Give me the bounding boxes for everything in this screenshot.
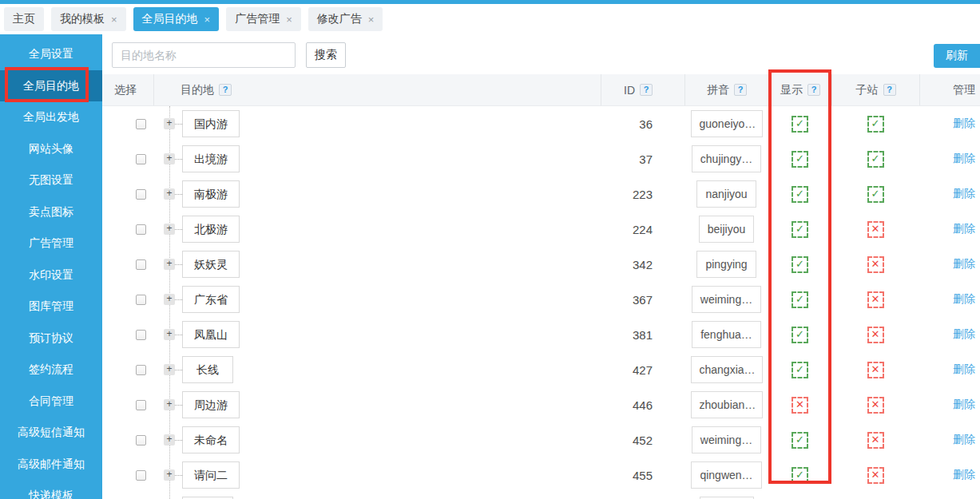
substation-cross-icon[interactable]: ✕ bbox=[867, 327, 884, 343]
substation-cross-icon[interactable]: ✕ bbox=[867, 362, 884, 378]
show-check-icon[interactable]: ✓ bbox=[792, 327, 808, 343]
delete-link[interactable]: 删除 bbox=[953, 222, 975, 236]
tab-close-icon[interactable]: × bbox=[368, 14, 375, 25]
expand-icon[interactable]: + bbox=[164, 469, 175, 481]
pinyin-box[interactable]: nanjiyou bbox=[696, 180, 756, 208]
sidebar-item-3[interactable]: 网站头像 bbox=[0, 133, 102, 165]
show-check-icon[interactable]: ✓ bbox=[792, 186, 808, 203]
show-check-icon[interactable]: ✓ bbox=[792, 467, 808, 484]
destination-name-box[interactable]: 南极游 bbox=[182, 180, 240, 208]
tab-0[interactable]: 主页 bbox=[4, 7, 44, 31]
pinyin-box[interactable]: weiming… bbox=[692, 426, 761, 453]
row-checkbox[interactable] bbox=[136, 259, 146, 270]
row-checkbox[interactable] bbox=[136, 435, 146, 446]
tab-close-icon[interactable]: × bbox=[286, 14, 292, 25]
pinyin-box[interactable]: changxia… bbox=[691, 356, 763, 383]
destination-name-box[interactable]: 周边游 bbox=[182, 391, 240, 418]
substation-cross-icon[interactable]: ✕ bbox=[867, 397, 884, 414]
row-checkbox[interactable] bbox=[136, 224, 146, 235]
tab-3[interactable]: 广告管理× bbox=[226, 7, 301, 31]
row-checkbox[interactable] bbox=[136, 119, 146, 129]
sidebar-item-7[interactable]: 水印设置 bbox=[0, 259, 102, 291]
pinyin-box[interactable]: chujingy… bbox=[692, 145, 761, 172]
substation-cross-icon[interactable]: ✕ bbox=[867, 432, 884, 449]
destination-name-box[interactable]: 广东省 bbox=[182, 286, 240, 313]
substation-cross-icon[interactable]: ✕ bbox=[867, 291, 884, 308]
pinyin-box[interactable]: qingwen… bbox=[691, 461, 761, 489]
expand-icon[interactable]: + bbox=[164, 399, 175, 410]
row-checkbox[interactable] bbox=[136, 365, 146, 375]
help-icon[interactable]: ? bbox=[219, 84, 232, 96]
expand-icon[interactable]: + bbox=[164, 188, 175, 200]
delete-link[interactable]: 删除 bbox=[953, 362, 975, 377]
substation-cross-icon[interactable]: ✕ bbox=[867, 221, 884, 238]
pinyin-box[interactable]: weiming… bbox=[692, 286, 761, 313]
delete-link[interactable]: 删除 bbox=[953, 292, 975, 307]
help-icon[interactable]: ? bbox=[734, 84, 747, 96]
delete-link[interactable]: 删除 bbox=[953, 187, 975, 201]
sidebar-item-6[interactable]: 广告管理 bbox=[0, 228, 102, 259]
substation-check-icon[interactable]: ✓ bbox=[867, 186, 884, 203]
sidebar-item-10[interactable]: 签约流程 bbox=[0, 354, 102, 386]
row-checkbox[interactable] bbox=[136, 154, 146, 164]
pinyin-box[interactable]: guoneiyo… bbox=[691, 110, 763, 137]
destination-name-box[interactable]: 出境游 bbox=[182, 145, 240, 172]
row-checkbox[interactable] bbox=[136, 400, 146, 410]
tab-2[interactable]: 全局目的地× bbox=[133, 7, 220, 31]
destination-name-box[interactable]: 未命名 bbox=[182, 426, 240, 453]
show-check-icon[interactable]: ✓ bbox=[792, 362, 808, 378]
destination-name-box[interactable]: 北极游 bbox=[182, 216, 240, 243]
sidebar-item-0[interactable]: 全局设置 bbox=[0, 38, 102, 70]
substation-check-icon[interactable]: ✓ bbox=[867, 116, 884, 133]
delete-link[interactable]: 删除 bbox=[953, 398, 975, 412]
row-checkbox[interactable] bbox=[136, 330, 146, 340]
expand-icon[interactable]: + bbox=[164, 329, 175, 340]
row-checkbox[interactable] bbox=[136, 295, 146, 305]
show-cross-icon[interactable]: ✕ bbox=[792, 397, 808, 414]
expand-icon[interactable]: + bbox=[164, 259, 175, 270]
destination-name-box[interactable]: 国内游 bbox=[182, 110, 240, 137]
delete-link[interactable]: 删除 bbox=[953, 117, 975, 131]
show-check-icon[interactable]: ✓ bbox=[792, 291, 808, 308]
expand-icon[interactable]: + bbox=[164, 294, 175, 305]
sidebar-item-11[interactable]: 合同管理 bbox=[0, 386, 102, 418]
expand-icon[interactable]: + bbox=[164, 224, 175, 235]
show-check-icon[interactable]: ✓ bbox=[792, 432, 808, 449]
help-icon[interactable]: ? bbox=[883, 84, 896, 96]
sidebar-item-9[interactable]: 预订协议 bbox=[0, 323, 102, 354]
expand-icon[interactable]: + bbox=[164, 364, 175, 375]
destination-name-box[interactable]: 妖妖灵 bbox=[182, 251, 240, 278]
tab-1[interactable]: 我的模板× bbox=[51, 7, 126, 31]
pinyin-box[interactable]: pingying bbox=[696, 251, 756, 278]
row-checkbox[interactable] bbox=[136, 189, 146, 200]
delete-link[interactable]: 删除 bbox=[953, 152, 975, 166]
sidebar-item-14[interactable]: 快递模板 bbox=[0, 480, 102, 499]
show-check-icon[interactable]: ✓ bbox=[792, 151, 808, 168]
sidebar-item-13[interactable]: 高级邮件通知 bbox=[0, 449, 102, 481]
delete-link[interactable]: 删除 bbox=[953, 257, 975, 271]
expand-icon[interactable]: + bbox=[164, 153, 175, 164]
destination-name-box[interactable]: 长线 bbox=[182, 356, 233, 383]
show-check-icon[interactable]: ✓ bbox=[792, 116, 808, 133]
pinyin-box[interactable]: zhoubian… bbox=[691, 391, 763, 418]
sidebar-item-12[interactable]: 高级短信通知 bbox=[0, 417, 102, 449]
destination-name-box[interactable]: 请问二 bbox=[182, 461, 240, 489]
refresh-button[interactable]: 刷新 bbox=[934, 44, 980, 68]
substation-check-icon[interactable]: ✓ bbox=[867, 151, 884, 168]
tab-4[interactable]: 修改广告× bbox=[308, 7, 383, 31]
help-icon[interactable]: ? bbox=[807, 84, 820, 96]
show-check-icon[interactable]: ✓ bbox=[792, 256, 808, 273]
show-check-icon[interactable]: ✓ bbox=[792, 221, 808, 238]
expand-icon[interactable]: + bbox=[164, 118, 175, 129]
tab-close-icon[interactable]: × bbox=[204, 14, 211, 25]
sidebar-item-8[interactable]: 图库管理 bbox=[0, 291, 102, 323]
delete-link[interactable]: 删除 bbox=[953, 327, 975, 342]
substation-cross-icon[interactable]: ✕ bbox=[867, 256, 884, 273]
tab-close-icon[interactable]: × bbox=[111, 14, 117, 25]
search-input[interactable] bbox=[112, 42, 296, 68]
destination-name-box[interactable]: 凤凰山 bbox=[182, 321, 240, 348]
expand-icon[interactable]: + bbox=[164, 434, 175, 446]
pinyin-box[interactable]: beijiyou bbox=[699, 216, 754, 243]
substation-cross-icon[interactable]: ✕ bbox=[867, 467, 884, 484]
row-checkbox[interactable] bbox=[136, 470, 146, 481]
